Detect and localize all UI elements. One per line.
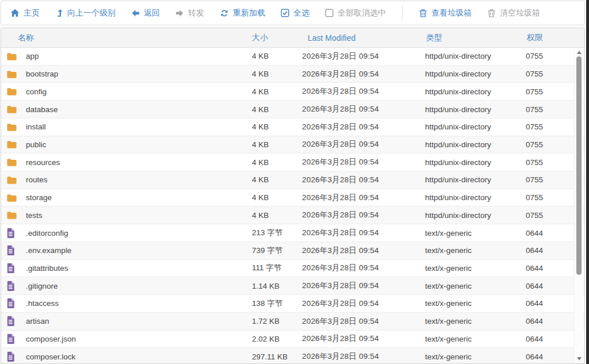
file-type: text/x-generic	[425, 282, 526, 290]
toolbar-divider	[402, 6, 403, 21]
file-name[interactable]: routes	[26, 175, 252, 184]
column-header-name[interactable]: 名称	[1, 33, 252, 43]
trash-icon	[419, 9, 427, 18]
file-type: text/x-generic	[425, 229, 526, 237]
file-name[interactable]: .gitattributes	[26, 264, 252, 273]
file-type: httpd/unix-directory	[425, 70, 526, 78]
file-type: text/x-generic	[425, 264, 526, 273]
file-row[interactable]: .env.example739 字节2026年3月28日 09:54text/x…	[1, 242, 584, 260]
toolbar-button-forward[interactable]: 转发	[175, 8, 204, 18]
file-row[interactable]: .htaccess138 字节2026年3月28日 09:54text/x-ge…	[1, 295, 584, 313]
file-name[interactable]: public	[26, 140, 252, 149]
home-icon	[10, 9, 20, 17]
file-size: 4 KB	[252, 175, 302, 184]
file-row[interactable]: artisan1.72 KB2026年3月28日 09:54text/x-gen…	[1, 313, 584, 331]
file-list-panel: 名称 大小 Last Modified 类型 权限 app4 KB2026年3月…	[1, 28, 585, 364]
file-name[interactable]: composer.lock	[26, 352, 252, 361]
file-type: httpd/unix-directory	[425, 105, 526, 114]
file-row[interactable]: resources4 KB2026年3月28日 09:54httpd/unix-…	[1, 154, 584, 171]
toolbar-button-level-up[interactable]: 向上一个级别	[55, 8, 116, 18]
file-row[interactable]: tests4 KB2026年3月28日 09:54httpd/unix-dire…	[1, 206, 584, 224]
toolbar-button-label: 转发	[188, 8, 204, 18]
file-row[interactable]: install4 KB2026年3月28日 09:54httpd/unix-di…	[1, 118, 584, 136]
vertical-scrollbar[interactable]	[574, 48, 583, 363]
file-row[interactable]: bootstrap4 KB2026年3月28日 09:54httpd/unix-…	[1, 66, 584, 83]
toolbar-button-label: 清空垃圾箱	[500, 8, 540, 18]
file-name[interactable]: artisan	[26, 317, 252, 325]
file-row[interactable]: .gitattributes111 字节2026年3月28日 09:54text…	[1, 260, 584, 278]
file-modified: 2026年3月28日 09:54	[302, 69, 425, 79]
file-name[interactable]: database	[26, 105, 252, 114]
file-row[interactable]: composer.lock297.11 KB2026年3月28日 09:54te…	[1, 348, 584, 364]
file-size: 4 KB	[252, 158, 302, 167]
file-type: text/x-generic	[425, 352, 526, 361]
toolbar-button-label: 向上一个级别	[67, 8, 116, 18]
file-name[interactable]: app	[26, 52, 252, 60]
checkbox-checked-icon	[281, 9, 289, 17]
toolbar-button-home[interactable]: 主页	[10, 8, 40, 18]
toolbar-button-label: 全部取消选中	[338, 8, 386, 18]
file-modified: 2026年3月28日 09:54	[302, 298, 425, 309]
file-row[interactable]: storage4 KB2026年3月28日 09:54httpd/unix-di…	[1, 189, 584, 207]
file-row[interactable]: database4 KB2026年3月28日 09:54httpd/unix-d…	[1, 101, 584, 118]
file-modified: 2026年3月28日 09:54	[302, 157, 425, 167]
file-name[interactable]: resources	[26, 158, 252, 167]
file-row[interactable]: config4 KB2026年3月28日 09:54httpd/unix-dir…	[1, 83, 584, 101]
folder-icon	[1, 87, 26, 96]
file-row[interactable]: .gitignore1.14 KB2026年3月28日 09:54text/x-…	[1, 277, 584, 295]
file-name[interactable]: .env.example	[26, 246, 252, 255]
file-row[interactable]: .editorconfig213 字节2026年3月28日 09:54text/…	[1, 224, 584, 242]
file-modified: 2026年3月28日 09:54	[302, 210, 425, 220]
column-header-type[interactable]: 类型	[425, 33, 526, 43]
scrollbar-up-arrow[interactable]	[575, 49, 583, 56]
file-type: text/x-generic	[425, 317, 526, 325]
scrollbar-thumb[interactable]	[576, 56, 582, 275]
file-name[interactable]: install	[26, 122, 252, 131]
file-name[interactable]: tests	[26, 211, 252, 220]
column-header-permissions[interactable]: 权限	[526, 33, 584, 43]
column-header-modified[interactable]: Last Modified	[302, 33, 425, 43]
file-icon	[1, 298, 26, 309]
file-modified: 2026年3月28日 09:54	[302, 316, 425, 327]
file-name[interactable]: composer.json	[26, 335, 252, 343]
triangle-down-icon	[577, 357, 582, 361]
file-row[interactable]: composer.json2.02 KB2026年3月28日 09:54text…	[1, 331, 584, 348]
file-size: 138 字节	[252, 298, 302, 309]
file-size: 2.02 KB	[252, 335, 302, 343]
file-size: 4 KB	[252, 211, 302, 220]
toolbar-button-select-all[interactable]: 全选	[281, 8, 309, 18]
window-edge	[586, 0, 589, 364]
file-row[interactable]: routes4 KB2026年3月28日 09:54httpd/unix-dir…	[1, 171, 584, 189]
scrollbar-down-arrow[interactable]	[575, 355, 583, 362]
file-type: text/x-generic	[425, 246, 526, 255]
file-name[interactable]: config	[26, 87, 252, 96]
file-row[interactable]: public4 KB2026年3月28日 09:54httpd/unix-dir…	[1, 136, 584, 154]
file-type: text/x-generic	[425, 335, 526, 343]
file-row[interactable]: app4 KB2026年3月28日 09:54httpd/unix-direct…	[1, 48, 584, 66]
file-icon	[1, 281, 26, 292]
file-size: 739 字节	[252, 246, 302, 256]
file-name[interactable]: storage	[26, 193, 252, 202]
toolbar-button-view-trash[interactable]: 查看垃圾箱	[419, 8, 472, 18]
file-name[interactable]: .htaccess	[26, 299, 252, 308]
file-list-body: app4 KB2026年3月28日 09:54httpd/unix-direct…	[1, 48, 584, 364]
file-type: httpd/unix-directory	[425, 158, 526, 167]
file-name[interactable]: bootstrap	[26, 70, 252, 78]
toolbar-button-deselect-all[interactable]: 全部取消选中	[325, 8, 386, 18]
toolbar-button-back[interactable]: 返回	[131, 8, 160, 18]
file-icon	[1, 245, 26, 256]
file-name[interactable]: .gitignore	[26, 282, 252, 290]
file-modified: 2026年3月28日 09:54	[302, 281, 425, 291]
file-modified: 2026年3月28日 09:54	[302, 139, 425, 150]
file-icon	[1, 334, 26, 344]
file-type: httpd/unix-directory	[425, 52, 526, 60]
file-modified: 2026年3月28日 09:54	[302, 334, 425, 344]
file-name[interactable]: .editorconfig	[26, 229, 252, 237]
file-size: 4 KB	[252, 52, 302, 60]
column-header-size[interactable]: 大小	[252, 33, 302, 43]
file-modified: 2026年3月28日 09:54	[302, 193, 425, 203]
file-size: 213 字节	[252, 228, 302, 238]
folder-icon	[1, 210, 26, 220]
toolbar-button-reload[interactable]: 重新加载	[220, 8, 265, 18]
toolbar-button-empty-trash[interactable]: 清空垃圾箱	[487, 8, 540, 18]
